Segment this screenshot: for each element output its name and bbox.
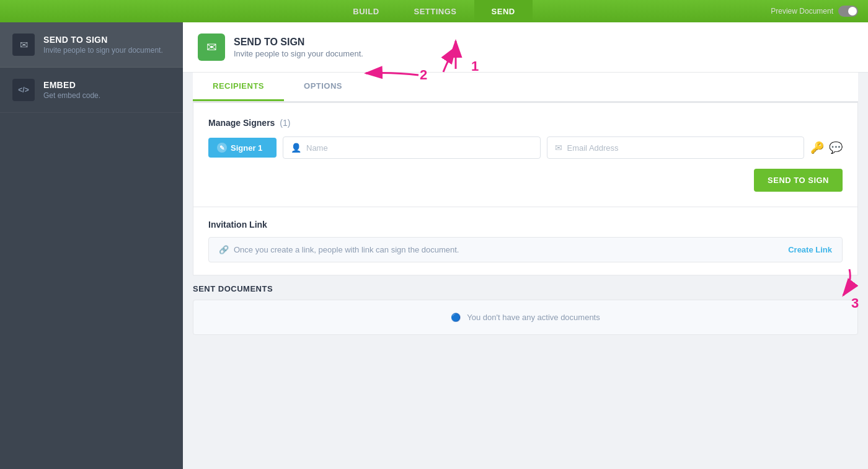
top-nav: BUILD SETTINGS SEND Preview Document: [0, 0, 868, 22]
send-to-sign-icon: ✉: [12, 34, 35, 56]
send-header-text: SEND TO SIGN Invite people to sign your …: [234, 37, 363, 58]
sidebar-send-subtitle: Invite people to sign your document.: [43, 46, 163, 55]
send-header-title: SEND TO SIGN: [234, 37, 363, 48]
send-header-icon: ✉: [198, 34, 225, 61]
main-layout: ✉ SEND TO SIGN Invite people to sign you…: [0, 22, 868, 469]
email-input[interactable]: [567, 143, 797, 153]
signers-count: (1): [280, 118, 290, 128]
invitation-link-row: 🔗 Once you create a link, people with li…: [208, 237, 843, 262]
sidebar-send-text: SEND TO SIGN Invite people to sign your …: [43, 35, 163, 55]
sidebar-item-embed[interactable]: </> EMBED Get embed code.: [0, 68, 183, 113]
nav-tab-build[interactable]: BUILD: [335, 0, 396, 22]
send-header-subtitle: Invite people to sign your document.: [234, 49, 363, 58]
tabs-container: RECIPIENTS OPTIONS: [193, 73, 858, 102]
send-to-sign-button[interactable]: SEND TO SIGN: [754, 169, 843, 192]
sent-documents-title: SENT DOCUMENTS: [193, 284, 858, 300]
name-input[interactable]: [306, 143, 533, 153]
create-link-button[interactable]: Create Link: [788, 245, 832, 254]
send-header-card: ✉ SEND TO SIGN Invite people to sign you…: [183, 22, 868, 73]
nav-tabs: BUILD SETTINGS SEND: [335, 0, 532, 22]
signer-badge[interactable]: ✎ Signer 1: [208, 138, 277, 158]
no-docs-icon: 🔵: [451, 313, 461, 322]
invitation-label: Invitation Link: [208, 220, 843, 230]
action-icons: 🔑 💬: [810, 141, 843, 154]
sidebar-embed-text: EMBED Get embed code.: [43, 80, 100, 100]
manage-signers-label: Manage Signers (1): [208, 118, 843, 128]
recipients-panel: Manage Signers (1) ✎ Signer 1 👤: [193, 102, 858, 207]
tab-recipients[interactable]: RECIPIENTS: [193, 73, 284, 101]
email-icon: ✉: [555, 143, 562, 153]
signers-row: ✎ Signer 1 👤 ✉ 🔑 💬: [208, 136, 843, 159]
key-icon[interactable]: 🔑: [810, 141, 824, 154]
signer-badge-icon: ✎: [217, 143, 227, 153]
preview-toggle-area: Preview Document: [771, 6, 858, 17]
sidebar-send-title: SEND TO SIGN: [43, 35, 163, 45]
embed-icon: </>: [12, 79, 35, 101]
email-input-field[interactable]: ✉: [547, 136, 805, 159]
name-input-field[interactable]: 👤: [283, 136, 541, 159]
preview-label: Preview Document: [771, 7, 833, 16]
nav-tab-send[interactable]: SEND: [474, 0, 533, 22]
tab-options[interactable]: OPTIONS: [284, 73, 362, 101]
sidebar: ✉ SEND TO SIGN Invite people to sign you…: [0, 22, 183, 469]
sidebar-embed-subtitle: Get embed code.: [43, 91, 100, 100]
message-icon[interactable]: 💬: [829, 141, 843, 154]
content-wrapper: ✉ SEND TO SIGN Invite people to sign you…: [183, 22, 868, 469]
content-area: ✉ SEND TO SIGN Invite people to sign you…: [183, 22, 868, 345]
nav-tab-settings[interactable]: SETTINGS: [397, 0, 474, 22]
sidebar-embed-title: EMBED: [43, 80, 100, 90]
send-btn-row: SEND TO SIGN: [208, 169, 843, 192]
main-content: RECIPIENTS OPTIONS Manage Signers (1) ✎ …: [183, 73, 868, 345]
person-icon: 👤: [291, 143, 301, 153]
invitation-link-text: 🔗 Once you create a link, people with li…: [219, 245, 459, 254]
preview-toggle-switch[interactable]: [838, 6, 858, 17]
sidebar-item-send-to-sign[interactable]: ✉ SEND TO SIGN Invite people to sign you…: [0, 22, 183, 68]
sent-documents-section: SENT DOCUMENTS 🔵 You don't have any acti…: [193, 284, 858, 335]
sent-documents-empty: 🔵 You don't have any active documents: [193, 300, 858, 335]
invitation-section: Invitation Link 🔗 Once you create a link…: [193, 207, 858, 275]
link-icon: 🔗: [219, 245, 229, 254]
